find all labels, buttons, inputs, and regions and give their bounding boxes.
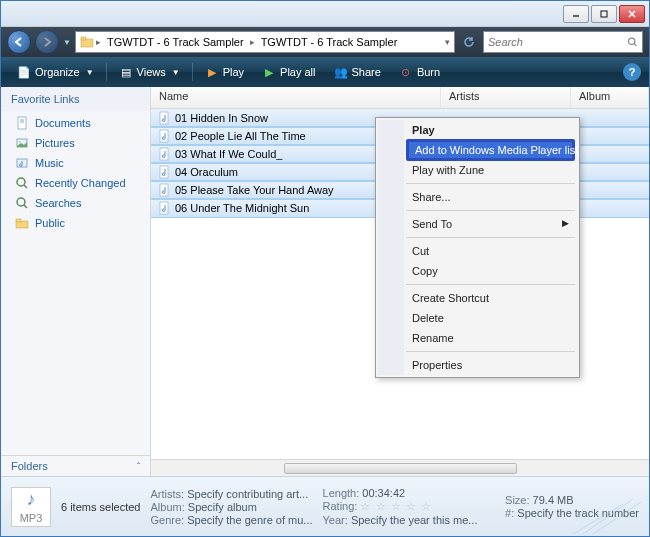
svg-line-7: [634, 44, 636, 46]
detail-key: Length:: [323, 487, 360, 499]
menu-item-play-with-zune[interactable]: Play with Zune: [404, 160, 577, 180]
menu-item-rename[interactable]: Rename: [404, 328, 577, 348]
toolbar-label: Play: [223, 66, 244, 78]
menu-item-properties[interactable]: Properties: [404, 355, 577, 375]
burn-icon: ⊙: [399, 65, 413, 79]
scrollbar-thumb[interactable]: [284, 463, 517, 474]
svg-point-14: [17, 178, 25, 186]
menu-item-share[interactable]: Share...: [404, 187, 577, 207]
svg-rect-5: [81, 37, 86, 40]
file-name: 03 What If We Could_: [175, 148, 282, 160]
breadcrumb-segment[interactable]: TGWTDT - 6 Track Sampler: [103, 35, 248, 49]
detail-value[interactable]: Specify the genre of mu...: [187, 514, 312, 526]
svg-rect-25: [160, 202, 168, 214]
detail-key: Rating:: [323, 500, 358, 512]
chevron-down-icon[interactable]: ▾: [445, 37, 450, 47]
details-pane: ♪MP3 6 items selected Artists: Specify c…: [1, 476, 649, 536]
audio-file-icon: [157, 111, 171, 125]
sidebar-item-label: Documents: [35, 117, 91, 129]
breadcrumb-segment[interactable]: TGWTDT - 6 Track Sampler: [257, 35, 402, 49]
search-icon: [15, 196, 29, 210]
file-name: 04 Oraculum: [175, 166, 238, 178]
favorite-links-list: Documents Pictures Music Recently Change…: [1, 111, 150, 455]
music-note-icon: ♪: [27, 489, 36, 510]
minimize-button[interactable]: [563, 5, 589, 23]
detail-value: 00:34:42: [362, 487, 405, 499]
back-button[interactable]: [7, 30, 31, 54]
svg-rect-1: [601, 11, 607, 17]
close-button[interactable]: [619, 5, 645, 23]
menu-item-label: Send To: [412, 218, 452, 230]
menu-separator: [406, 237, 575, 238]
play-all-button[interactable]: ▶Play all: [254, 62, 323, 82]
toolbar-label: Share: [352, 66, 381, 78]
audio-file-icon: [157, 183, 171, 197]
detail-value[interactable]: Specify contributing art...: [187, 488, 308, 500]
toolbar-label: Organize: [35, 66, 80, 78]
menu-separator: [406, 210, 575, 211]
menu-item-send-to[interactable]: Send To▶: [404, 214, 577, 234]
svg-rect-21: [160, 130, 168, 142]
breadcrumb[interactable]: ▸ TGWTDT - 6 Track Sampler ▸ TGWTDT - 6 …: [75, 31, 455, 53]
menu-item-cut[interactable]: Cut: [404, 241, 577, 261]
refresh-button[interactable]: [459, 32, 479, 52]
sidebar-item-label: Public: [35, 217, 65, 229]
column-artists[interactable]: Artists: [441, 87, 571, 108]
sidebar-item-pictures[interactable]: Pictures: [1, 133, 150, 153]
detail-value[interactable]: Specify album: [188, 501, 257, 513]
documents-icon: [15, 116, 29, 130]
organize-button[interactable]: 📄Organize▼: [9, 62, 102, 82]
svg-rect-19: [16, 219, 21, 222]
sidebar-item-music[interactable]: Music: [1, 153, 150, 173]
folder-icon: [15, 216, 29, 230]
svg-rect-24: [160, 184, 168, 196]
search-input[interactable]: [488, 36, 627, 48]
horizontal-scrollbar[interactable]: [151, 459, 649, 476]
search-box[interactable]: [483, 31, 643, 53]
play-button[interactable]: ▶Play: [197, 62, 252, 82]
audio-file-icon: [157, 129, 171, 143]
search-icon: [15, 176, 29, 190]
detail-value[interactable]: Specify the year this me...: [351, 514, 478, 526]
sidebar-item-public[interactable]: Public: [1, 213, 150, 233]
play-all-icon: ▶: [262, 65, 276, 79]
chevron-right-icon: ▸: [250, 37, 255, 47]
detail-key: Album:: [150, 501, 184, 513]
detail-key: Year:: [323, 514, 348, 526]
sidebar: Favorite Links Documents Pictures Music …: [1, 87, 151, 476]
maximize-button[interactable]: [591, 5, 617, 23]
help-button[interactable]: ?: [623, 63, 641, 81]
sidebar-item-documents[interactable]: Documents: [1, 113, 150, 133]
forward-button[interactable]: [35, 30, 59, 54]
file-name: 05 Please Take Your Hand Away: [175, 184, 334, 196]
share-button[interactable]: 👥Share: [326, 62, 389, 82]
column-album[interactable]: Album: [571, 87, 649, 108]
decorative-flare: [573, 494, 643, 534]
menu-item-add-to-wmp-list[interactable]: Add to Windows Media Player list: [406, 139, 575, 161]
rating-stars[interactable]: ☆ ☆ ☆ ☆ ☆: [360, 500, 431, 512]
svg-point-6: [629, 38, 635, 44]
views-button[interactable]: ▤Views▼: [111, 62, 188, 82]
submenu-arrow-icon: ▶: [562, 218, 569, 228]
folders-label: Folders: [11, 460, 48, 472]
file-type-thumbnail: ♪MP3: [11, 487, 51, 527]
column-name[interactable]: Name: [151, 87, 441, 108]
sidebar-item-recently-changed[interactable]: Recently Changed: [1, 173, 150, 193]
menu-item-copy[interactable]: Copy: [404, 261, 577, 281]
detail-key: #:: [505, 507, 514, 519]
menu-item-play[interactable]: Play: [404, 120, 577, 140]
svg-rect-23: [160, 166, 168, 178]
menu-item-delete[interactable]: Delete: [404, 308, 577, 328]
views-icon: ▤: [119, 65, 133, 79]
menu-item-create-shortcut[interactable]: Create Shortcut: [404, 288, 577, 308]
nav-history-dropdown[interactable]: ▼: [63, 38, 71, 47]
detail-key: Genre:: [150, 514, 184, 526]
burn-button[interactable]: ⊙Burn: [391, 62, 448, 82]
music-icon: [15, 156, 29, 170]
folders-panel-header[interactable]: Foldersˆ: [1, 455, 150, 476]
toolbar-label: Burn: [417, 66, 440, 78]
organize-icon: 📄: [17, 65, 31, 79]
pictures-icon: [15, 136, 29, 150]
selection-title: 6 items selected: [61, 501, 140, 513]
sidebar-item-searches[interactable]: Searches: [1, 193, 150, 213]
